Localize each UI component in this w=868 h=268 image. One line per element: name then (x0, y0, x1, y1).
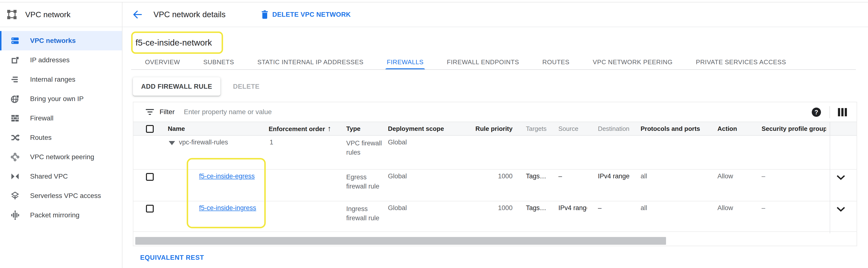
sidebar-item-label: Packet mirroring (30, 211, 80, 219)
sidebar-item-label: VPC networks (30, 37, 76, 44)
routes-icon (10, 132, 20, 143)
column-display-options-icon[interactable] (838, 108, 847, 116)
tab-subnets[interactable]: SUBNETS (203, 54, 234, 70)
filter-input[interactable] (183, 108, 644, 116)
tab-private-services-access[interactable]: PRIVATE SERVICES ACCESS (696, 54, 786, 70)
cell-group-name: vpc-firewall-rules (179, 139, 228, 146)
expand-row-button[interactable] (834, 172, 848, 183)
add-firewall-rule-button[interactable]: ADD FIREWALL RULE (133, 77, 220, 96)
actions-column-divider (830, 122, 830, 233)
sidebar-item-shared-vpc[interactable]: Shared VPC (0, 167, 122, 186)
row-checkbox[interactable] (146, 173, 154, 181)
expand-row-button[interactable] (834, 204, 848, 214)
sidebar-item-packet-mirroring[interactable]: Packet mirroring (0, 205, 122, 225)
filter-icon (146, 108, 154, 115)
cell-type: Egress firewall rule (346, 172, 386, 191)
cell-security-profile-group: – (762, 204, 825, 212)
tab-firewalls[interactable]: FIREWALLS (387, 54, 424, 70)
column-header-type: Type (346, 122, 361, 135)
tab-overview[interactable]: OVERVIEW (145, 54, 180, 70)
cell-deployment-scope: Global (388, 172, 407, 180)
table-row-f5-ce-inside-ingress: f5-ce-inside-ingress Ingress firewall ru… (133, 201, 857, 232)
firewall-rules-card: Filter ? Name Enforcement order↑ Type De… (133, 102, 857, 246)
tab-static-internal-ip-addresses[interactable]: STATIC INTERNAL IP ADDRESSES (257, 54, 364, 70)
sidebar: VPC network VPC networks IP addresses (0, 2, 122, 268)
table-row-f5-ce-inside-egress: f5-ce-inside-egress Egress firewall rule… (133, 170, 857, 201)
cell-targets: Tags… (526, 204, 546, 212)
page-topbar: VPC network details DELETE VPC NETWORK (122, 2, 868, 27)
column-header-enforcement-order[interactable]: Enforcement order↑ (269, 122, 331, 135)
sidebar-item-routes[interactable]: Routes (0, 128, 122, 147)
row-checkbox[interactable] (146, 205, 154, 212)
sort-ascending-icon: ↑ (328, 124, 332, 133)
packet-mirroring-icon (10, 210, 20, 221)
sidebar-header: VPC network (0, 2, 122, 27)
delete-button[interactable]: DELETE (231, 82, 261, 91)
table-header-row: Name Enforcement order↑ Type Deployment … (133, 122, 857, 136)
filter-button[interactable]: Filter (146, 108, 175, 116)
column-header-protocols-and-ports: Protocols and ports (641, 122, 700, 135)
delete-vpc-network-label: DELETE VPC NETWORK (272, 11, 351, 19)
annotation-highlight-network-name: f5-ce-inside-network (131, 32, 223, 54)
sidebar-item-label: Shared VPC (30, 172, 68, 180)
collapse-group-icon[interactable] (169, 141, 175, 145)
sidebar-nav: VPC networks IP addresses Internal ran (0, 31, 122, 225)
tab-routes[interactable]: ROUTES (542, 54, 569, 70)
header-divider (0, 27, 868, 27)
firewall-rule-link-egress[interactable]: f5-ce-inside-egress (199, 172, 255, 180)
cell-deployment-scope: Global (388, 204, 407, 212)
horizontal-scrollbar[interactable] (135, 237, 666, 245)
column-header-action: Action (717, 122, 737, 135)
table-row-group-vpc-firewall-rules: vpc-firewall-rules 1 VPC firewall rules … (133, 136, 857, 170)
serverless-vpc-access-icon (10, 191, 20, 201)
column-header-security-profile-group: Security profile group (762, 122, 826, 135)
select-all-checkbox[interactable] (146, 125, 154, 133)
cell-deployment-scope: Global (388, 139, 407, 146)
sidebar-item-label: IP addresses (30, 56, 70, 64)
sidebar-item-vpc-networks[interactable]: VPC networks (0, 31, 122, 51)
vpc-network-peering-icon (10, 152, 20, 162)
sidebar-item-vpc-network-peering[interactable]: VPC network peering (0, 147, 122, 167)
column-header-label: Enforcement order (269, 125, 325, 133)
sidebar-item-bring-your-own-ip[interactable]: Bring your own IP (0, 89, 122, 108)
help-icon[interactable]: ? (812, 108, 821, 117)
column-header-destination: Destination (598, 122, 629, 135)
app-title: VPC network (25, 10, 70, 19)
trash-icon (261, 10, 269, 19)
tab-bar-border (131, 69, 856, 70)
cell-rule-priority: 1000 (468, 172, 513, 180)
column-header-targets: Targets (526, 122, 547, 135)
tab-firewall-endpoints[interactable]: FIREWALL ENDPOINTS (447, 54, 519, 70)
tab-vpc-network-peering[interactable]: VPC NETWORK PEERING (593, 54, 673, 70)
firewall-toolbar: ADD FIREWALL RULE DELETE (133, 77, 261, 96)
sidebar-item-label: Routes (30, 134, 52, 141)
delete-vpc-network-button[interactable]: DELETE VPC NETWORK (261, 10, 351, 19)
arrow-left-icon (131, 9, 143, 20)
cell-destination: IPv4 range (598, 172, 639, 180)
sidebar-item-label: Serverless VPC access (30, 192, 101, 200)
sidebar-item-ip-addresses[interactable]: IP addresses (0, 51, 122, 70)
internal-ranges-icon (10, 74, 20, 85)
vpc-networks-icon (10, 35, 20, 46)
firewall-rule-link-ingress[interactable]: f5-ce-inside-ingress (199, 204, 256, 211)
shared-vpc-icon (10, 171, 20, 182)
chevron-down-icon (836, 174, 846, 180)
sidebar-item-internal-ranges[interactable]: Internal ranges (0, 70, 122, 89)
sidebar-item-label: Internal ranges (30, 76, 75, 83)
cell-rule-priority: 1000 (468, 204, 513, 212)
ip-addresses-icon (10, 55, 20, 65)
filter-row: Filter ? (133, 102, 857, 122)
cell-source: IPv4 range (558, 204, 587, 212)
column-header-rule-priority: Rule priority (468, 122, 513, 135)
back-button[interactable] (131, 9, 143, 20)
chevron-down-icon (836, 206, 846, 212)
bring-your-own-ip-icon (10, 94, 20, 104)
sidebar-item-serverless-vpc-access[interactable]: Serverless VPC access (0, 186, 122, 205)
equivalent-rest-link[interactable]: EQUIVALENT REST (140, 254, 204, 262)
filter-divider (830, 106, 830, 118)
cell-source: – (558, 172, 587, 180)
sidebar-item-firewall[interactable]: Firewall (0, 108, 122, 128)
cell-protocols-and-ports: all (641, 172, 647, 180)
page-title: VPC network details (153, 10, 225, 19)
cell-security-profile-group: – (762, 172, 825, 180)
